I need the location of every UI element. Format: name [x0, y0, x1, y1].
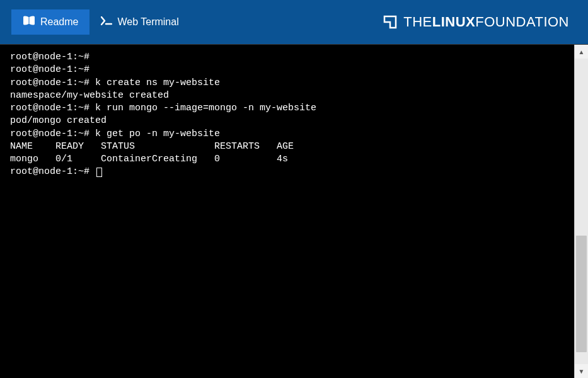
tab-readme[interactable]: Readme	[11, 9, 89, 35]
terminal-output[interactable]: root@node-1:~# root@node-1:~# root@node-…	[0, 45, 574, 378]
scroll-thumb[interactable]	[576, 236, 587, 352]
scroll-up-arrow[interactable]: ▲	[575, 45, 588, 59]
tab-web-terminal[interactable]: Web Terminal	[89, 9, 190, 35]
terminal-line: root@node-1:~# k run mongo --image=mongo…	[10, 103, 316, 113]
brand-logo: THELINUXFOUNDATION	[383, 14, 569, 30]
terminal-line: NAME READY STATUS RESTARTS AGE	[10, 141, 294, 152]
tab-web-terminal-label: Web Terminal	[117, 16, 178, 28]
brand-foundation: FOUNDATION	[475, 14, 569, 30]
terminal-line: mongo 0/1 ContainerCreating 0 4s	[10, 154, 288, 164]
header-bar: Readme Web Terminal THELINUXFOUNDATIO	[0, 0, 588, 44]
tab-group: Readme Web Terminal	[11, 9, 190, 35]
brand-square-icon	[383, 15, 397, 29]
prompt-icon	[101, 16, 112, 28]
terminal-cursor	[96, 168, 102, 177]
scroll-down-arrow[interactable]: ▼	[575, 364, 588, 378]
brand-text: THELINUXFOUNDATION	[403, 14, 569, 30]
terminal-line: namespace/my-website created	[10, 90, 169, 101]
brand-linux: LINUX	[432, 14, 476, 30]
book-icon	[23, 16, 35, 28]
vertical-scrollbar[interactable]: ▲ ▼	[574, 45, 588, 378]
terminal-line: root@node-1:~# k get po -n my-website	[10, 129, 220, 139]
terminal-line: root@node-1:~#	[10, 166, 95, 177]
app-window: Readme Web Terminal THELINUXFOUNDATIO	[0, 0, 588, 378]
tab-readme-label: Readme	[40, 16, 78, 28]
terminal-line: root@node-1:~#	[10, 52, 89, 62]
terminal-line: root@node-1:~# k create ns my-website	[10, 77, 220, 88]
brand-the: THE	[403, 14, 432, 30]
terminal-line: pod/mongo created	[10, 115, 107, 126]
terminal-area: root@node-1:~# root@node-1:~# root@node-…	[0, 44, 588, 378]
scroll-track[interactable]	[575, 59, 588, 364]
terminal-line: root@node-1:~#	[10, 64, 89, 75]
